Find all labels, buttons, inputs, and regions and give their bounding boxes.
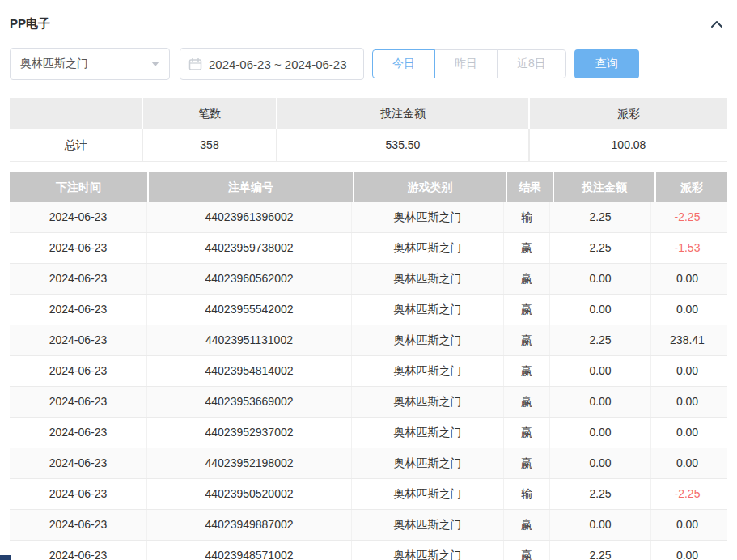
cell-game-type: 奥林匹斯之门: [352, 295, 504, 325]
cell-bet-id: 44023949887002: [147, 510, 352, 540]
cell-result: 赢: [504, 295, 550, 325]
cell-result: 赢: [504, 541, 550, 560]
cell-result: 赢: [504, 264, 550, 294]
cell-payout: 238.41: [651, 325, 723, 355]
header-bet-time: 下注时间: [10, 172, 147, 202]
cell-bet-amount: 2.25: [550, 541, 651, 560]
cell-bet-id: 44023959738002: [147, 233, 352, 263]
cell-bet-amount: 0.00: [550, 448, 651, 478]
cell-bet-time: 2024-06-23: [10, 356, 147, 386]
cell-result: 赢: [504, 510, 550, 540]
cell-result: 赢: [504, 325, 550, 355]
cell-game-type: 奥林匹斯之门: [352, 202, 504, 232]
cell-game-type: 奥林匹斯之门: [352, 448, 504, 478]
collapse-panel-button[interactable]: [708, 17, 726, 32]
cell-game-type: 奥林匹斯之门: [352, 510, 504, 540]
table-row: 2024-06-23 44023952937002 奥林匹斯之门 赢 0.00 …: [10, 418, 727, 448]
table-header-row: 下注时间 注单编号 游戏类别 结果 投注金额 派彩: [10, 172, 727, 202]
header-bet-amount: 投注金额: [554, 172, 654, 202]
date-range-value: 2024-06-23 ~ 2024-06-23: [209, 57, 347, 71]
summary-total-bet-amount: 535.50: [277, 129, 528, 161]
panel-header: PP电子: [0, 0, 737, 32]
cell-bet-id: 44023952198002: [147, 448, 352, 478]
cell-game-type: 奥林匹斯之门: [352, 387, 504, 417]
summary-total-label: 总计: [10, 129, 142, 161]
table-row: 2024-06-23 44023950520002 奥林匹斯之门 输 2.25 …: [10, 479, 727, 510]
cell-bet-time: 2024-06-23: [10, 448, 147, 478]
cell-result: 输: [504, 202, 550, 232]
table-row: 2024-06-23 44023960562002 奥林匹斯之门 赢 0.00 …: [10, 264, 727, 295]
table-row: 2024-06-23 44023949887002 奥林匹斯之门 赢 0.00 …: [10, 510, 727, 541]
cell-bet-time: 2024-06-23: [10, 387, 147, 417]
header-game-type: 游戏类别: [354, 172, 506, 202]
cell-bet-id: 44023952937002: [147, 418, 352, 448]
summary-total-count: 358: [143, 129, 276, 161]
cell-bet-amount: 2.25: [550, 325, 651, 355]
today-button[interactable]: 今日: [372, 49, 435, 78]
table-row: 2024-06-23 44023953669002 奥林匹斯之门 赢 0.00 …: [10, 387, 727, 418]
cell-result: 赢: [504, 356, 550, 386]
cell-result: 赢: [504, 387, 550, 417]
cell-bet-time: 2024-06-23: [10, 541, 147, 560]
cell-payout: -1.53: [651, 233, 723, 263]
cell-payout: 0.00: [651, 448, 723, 478]
cell-bet-time: 2024-06-23: [10, 202, 147, 232]
cell-bet-time: 2024-06-23: [10, 295, 147, 325]
cell-bet-id: 44023961396002: [147, 202, 352, 232]
summary-total-payout: 100.08: [530, 129, 727, 161]
table-row: 2024-06-23 44023955542002 奥林匹斯之门 赢 0.00 …: [10, 295, 727, 325]
summary-header-row: 笔数 投注金额 派彩: [10, 98, 727, 129]
table-row: 2024-06-23 44023961396002 奥林匹斯之门 输 2.25 …: [10, 202, 727, 233]
cell-game-type: 奥林匹斯之门: [352, 356, 504, 386]
cell-payout: 0.00: [651, 541, 723, 560]
cell-game-type: 奥林匹斯之门: [352, 233, 504, 263]
cell-payout: 0.00: [651, 295, 723, 325]
pp-electronic-panel: PP电子 奥林匹斯之门 2024-06-23 ~ 2024-06-23: [0, 0, 737, 560]
cell-payout: 0.00: [651, 264, 723, 294]
header-result: 结果: [507, 172, 553, 202]
cell-game-type: 奥林匹斯之门: [352, 479, 504, 509]
game-select[interactable]: 奥林匹斯之门: [10, 48, 170, 80]
cell-bet-id: 44023954814002: [147, 356, 352, 386]
summary-total-row: 总计 358 535.50 100.08: [10, 129, 727, 162]
cell-bet-id: 44023960562002: [147, 264, 352, 294]
summary-header-empty: [10, 98, 142, 129]
table-row: 2024-06-23 44023959738002 奥林匹斯之门 赢 2.25 …: [10, 233, 727, 264]
cell-bet-amount: 2.25: [550, 479, 651, 509]
chevron-down-icon: [151, 62, 159, 66]
cell-result: 赢: [504, 448, 550, 478]
cell-bet-amount: 2.25: [550, 233, 651, 263]
cell-bet-id: 44023948571002: [147, 541, 352, 560]
cell-payout: -2.25: [651, 479, 723, 509]
table-row: 2024-06-23 44023954814002 奥林匹斯之门 赢 0.00 …: [10, 356, 727, 387]
cell-payout: 0.00: [651, 418, 723, 448]
header-bet-id: 注单编号: [149, 172, 353, 202]
query-button[interactable]: 查询: [574, 49, 639, 78]
summary-header-payout: 派彩: [530, 98, 727, 129]
cell-bet-amount: 0.00: [550, 510, 651, 540]
table-row: 2024-06-23 44023952198002 奥林匹斯之门 赢 0.00 …: [10, 448, 727, 479]
bottom-corner-decoration: [0, 555, 11, 560]
game-select-value: 奥林匹斯之门: [20, 57, 88, 71]
cell-bet-amount: 2.25: [550, 202, 651, 232]
cell-bet-id: 44023950520002: [147, 479, 352, 509]
cell-bet-id: 44023951131002: [147, 325, 352, 355]
cell-bet-time: 2024-06-23: [10, 264, 147, 294]
cell-game-type: 奥林匹斯之门: [352, 264, 504, 294]
yesterday-button[interactable]: 昨日: [434, 49, 498, 78]
last-8-days-button[interactable]: 近8日: [497, 49, 566, 78]
cell-bet-amount: 0.00: [550, 418, 651, 448]
cell-bet-amount: 0.00: [550, 356, 651, 386]
cell-payout: 0.00: [651, 387, 723, 417]
cell-bet-time: 2024-06-23: [10, 418, 147, 448]
cell-game-type: 奥林匹斯之门: [352, 541, 504, 560]
cell-game-type: 奥林匹斯之门: [352, 325, 504, 355]
header-payout: 派彩: [656, 172, 727, 202]
cell-result: 赢: [504, 233, 550, 263]
date-range-input[interactable]: 2024-06-23 ~ 2024-06-23: [180, 48, 364, 80]
table-row: 2024-06-23 44023951131002 奥林匹斯之门 赢 2.25 …: [10, 325, 727, 356]
cell-bet-id: 44023955542002: [147, 295, 352, 325]
table-body: 2024-06-23 44023961396002 奥林匹斯之门 输 2.25 …: [10, 202, 727, 560]
cell-result: 输: [504, 479, 550, 509]
cell-bet-time: 2024-06-23: [10, 510, 147, 540]
